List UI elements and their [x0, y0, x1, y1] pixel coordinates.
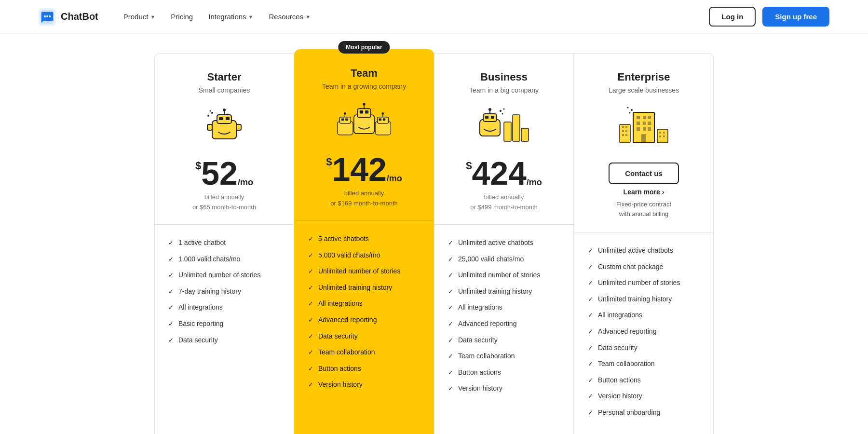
business-dollar: $ [466, 161, 472, 171]
starter-top: Starter Small companies [155, 54, 294, 225]
business-top: Business Team in a big company [434, 54, 573, 225]
svg-rect-30 [379, 119, 381, 121]
svg-rect-62 [648, 127, 651, 131]
check-icon: ✓ [588, 311, 593, 320]
svg-rect-12 [236, 124, 241, 130]
svg-rect-61 [643, 127, 646, 131]
logo-text: ChatBot [61, 11, 98, 22]
svg-rect-51 [622, 134, 624, 136]
list-item: ✓Unlimited training history [308, 283, 420, 293]
logo-icon [39, 8, 56, 26]
starter-price-number: 52 [201, 157, 238, 190]
svg-rect-54 [637, 116, 640, 119]
svg-rect-35 [513, 115, 520, 141]
check-icon: ✓ [168, 303, 174, 312]
svg-point-4 [49, 15, 51, 17]
business-desc: Team in a big company [448, 86, 560, 94]
enterprise-name: Enterprise [588, 71, 700, 83]
plan-starter: Starter Small companies [154, 53, 294, 434]
svg-rect-58 [643, 122, 646, 125]
svg-point-14 [211, 112, 213, 114]
nav-links: Product ▼ Pricing Integrations ▼ Resourc… [118, 9, 316, 25]
svg-rect-40 [491, 116, 494, 119]
svg-point-43 [500, 110, 502, 112]
list-item: ✓Version history [588, 392, 700, 401]
starter-illustration [195, 104, 253, 147]
svg-rect-48 [625, 126, 627, 128]
list-item: ✓Advanced reporting [448, 319, 560, 329]
enterprise-desc: Large scale businesses [588, 86, 700, 94]
login-button[interactable]: Log in [709, 7, 756, 27]
check-icon: ✓ [308, 251, 313, 260]
check-icon: ✓ [308, 284, 313, 292]
starter-dollar: $ [195, 161, 201, 171]
check-icon: ✓ [168, 320, 174, 328]
check-icon: ✓ [448, 384, 453, 393]
learn-more-link[interactable]: Learn more › [624, 188, 665, 196]
check-icon: ✓ [588, 295, 593, 304]
list-item: ✓Unlimited number of stories [168, 271, 280, 280]
list-item: ✓Unlimited number of stories [588, 278, 700, 288]
list-item: ✓Unlimited training history [448, 287, 560, 297]
check-icon: ✓ [308, 267, 313, 276]
check-icon: ✓ [448, 352, 453, 361]
check-icon: ✓ [448, 303, 453, 312]
svg-point-13 [207, 115, 209, 117]
nav-link-product[interactable]: Product ▼ [118, 9, 162, 25]
check-icon: ✓ [588, 360, 593, 368]
svg-rect-11 [207, 124, 212, 130]
starter-price-mo: /mo [238, 178, 253, 187]
list-item: ✓Team collaboration [308, 348, 420, 357]
check-icon: ✓ [168, 239, 174, 247]
nav-link-resources[interactable]: Resources ▼ [263, 9, 317, 25]
integrations-arrow-icon: ▼ [248, 14, 254, 20]
svg-rect-46 [620, 124, 630, 143]
check-icon: ✓ [168, 271, 174, 280]
plans-container: Starter Small companies [154, 53, 714, 434]
nav-link-pricing[interactable]: Pricing [165, 9, 199, 25]
product-arrow-icon: ▼ [150, 14, 155, 20]
team-billed: billed annually [308, 190, 420, 197]
team-illustration [335, 100, 393, 143]
nav-link-integrations[interactable]: Integrations ▼ [203, 9, 259, 25]
svg-rect-50 [625, 130, 627, 132]
contact-us-button[interactable]: Contact us [609, 163, 679, 184]
svg-rect-67 [659, 136, 661, 137]
plan-enterprise: Enterprise Large scale businesses [574, 53, 714, 434]
business-monthly: or $499 month-to-month [448, 203, 560, 211]
svg-rect-10 [226, 117, 230, 120]
list-item: ✓Unlimited active chatbots [588, 246, 700, 256]
list-item: ✓Data security [448, 336, 560, 345]
svg-rect-25 [365, 110, 368, 113]
team-features: ✓5 active chatbots ✓5,000 valid chats/mo… [295, 221, 434, 434]
logo[interactable]: ChatBot [39, 8, 98, 26]
svg-rect-31 [383, 119, 386, 121]
pricing-section: Starter Small companies [145, 34, 723, 434]
enterprise-top: Enterprise Large scale businesses [574, 54, 713, 232]
enterprise-features: ✓Unlimited active chatbots ✓Custom chat … [574, 232, 713, 434]
svg-point-21 [344, 112, 346, 115]
team-dollar: $ [326, 157, 332, 167]
check-icon: ✓ [448, 336, 453, 345]
business-price-number: 424 [472, 157, 526, 190]
svg-rect-37 [480, 120, 500, 136]
svg-rect-36 [521, 128, 529, 141]
list-item: ✓All integrations [448, 303, 560, 312]
svg-rect-24 [360, 110, 363, 113]
list-item: ✓Data security [308, 332, 420, 341]
svg-point-3 [46, 15, 48, 17]
signup-button[interactable]: Sign up free [762, 7, 829, 27]
resources-arrow-icon: ▼ [305, 14, 311, 20]
svg-point-71 [629, 112, 631, 113]
fixed-price-text: Fixed-price contractwith annual billing [616, 200, 671, 218]
list-item: ✓Basic reporting [168, 319, 280, 329]
list-item: ✓Unlimited number of stories [308, 267, 420, 276]
svg-point-70 [627, 107, 629, 108]
check-icon: ✓ [168, 336, 174, 345]
svg-rect-39 [485, 116, 488, 119]
list-item: ✓25,000 valid chats/mo [448, 255, 560, 264]
svg-rect-60 [637, 127, 640, 131]
check-icon: ✓ [448, 320, 453, 328]
list-item: ✓Team collaboration [588, 359, 700, 369]
check-icon: ✓ [448, 271, 453, 280]
